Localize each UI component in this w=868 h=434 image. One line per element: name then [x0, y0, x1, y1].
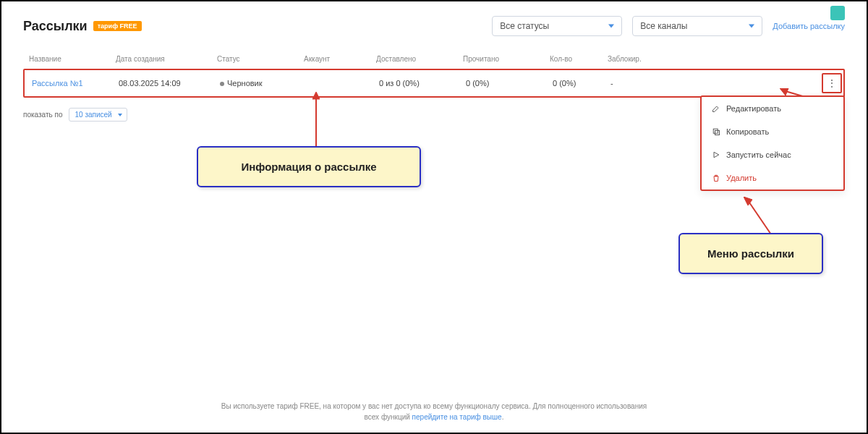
annotation-arrow-info [309, 92, 323, 150]
cell-count: 0 (0%) [547, 79, 605, 88]
menu-run-label: Запустить сейчас [726, 150, 791, 159]
svg-marker-5 [780, 88, 788, 95]
menu-edit[interactable]: Редактировать [702, 97, 843, 120]
menu-edit-label: Редактировать [726, 104, 781, 113]
row-context-menu: Редактировать Копировать Запустить сейча… [700, 95, 845, 191]
pager-label: показать по [23, 111, 63, 119]
svg-rect-0 [713, 129, 718, 133]
col-name: Название [23, 55, 110, 63]
cell-account [301, 79, 373, 88]
footer-upgrade-link[interactable]: перейдите на тариф выше [412, 413, 502, 421]
copy-icon [712, 127, 720, 136]
trash-icon [712, 174, 720, 182]
col-account: Аккаунт [298, 55, 370, 63]
footer-text-2: всех функций [365, 413, 412, 421]
cell-name[interactable]: Рассылка №1 [26, 79, 113, 88]
svg-rect-1 [715, 131, 720, 135]
menu-delete[interactable]: Удалить [702, 166, 843, 190]
integration-icon[interactable] [830, 6, 845, 20]
menu-copy[interactable]: Копировать [702, 120, 843, 143]
menu-run[interactable]: Запустить сейчас [702, 143, 843, 166]
footer-notice: Вы используете тариф FREE, на котором у … [1, 401, 867, 422]
col-delivered: Доставлено [370, 55, 457, 63]
col-date: Дата создания [110, 55, 211, 63]
menu-copy-label: Копировать [726, 127, 769, 136]
tariff-badge: тариф FREE [93, 21, 142, 31]
menu-delete-label: Удалить [726, 174, 757, 182]
svg-line-6 [749, 203, 773, 237]
cell-read: 0 (0%) [460, 79, 547, 88]
table-header: Название Дата создания Статус Аккаунт До… [23, 49, 845, 69]
col-blocked: Заблокир. [602, 55, 674, 63]
table-row[interactable]: Рассылка №1 08.03.2025 14:09 Черновик 0 … [26, 72, 819, 95]
cell-delivered: 0 из 0 (0%) [373, 79, 460, 88]
cell-date: 08.03.2025 14:09 [113, 79, 214, 88]
play-icon [712, 150, 720, 159]
kebab-icon: ⋮ [827, 78, 837, 88]
annotation-menu-callout: Меню рассылки [678, 233, 823, 274]
status-dot-icon [220, 82, 224, 86]
row-actions-button[interactable]: ⋮ [822, 73, 842, 93]
annotation-info-callout: Информация о рассылке [197, 146, 421, 187]
page-header: Рассылки тариф FREE Все статусы Все кана… [23, 16, 845, 36]
campaign-row-highlight: Рассылка №1 08.03.2025 14:09 Черновик 0 … [23, 69, 845, 98]
footer-text-1: Вы используете тариф FREE, на котором у … [221, 402, 647, 410]
col-count: Кол-во [544, 55, 602, 63]
add-campaign-link[interactable]: Добавить рассылку [773, 22, 845, 30]
channel-filter-select[interactable]: Все каналы [632, 16, 762, 36]
edit-icon [712, 104, 720, 113]
page-title: Рассылки [23, 19, 88, 34]
svg-marker-3 [312, 92, 320, 99]
status-filter-select[interactable]: Все статусы [492, 16, 622, 36]
cell-blocked: - [605, 79, 677, 88]
page-size-select[interactable]: 10 записей [69, 108, 127, 122]
cell-status-text: Черновик [227, 79, 263, 88]
cell-status: Черновик [214, 79, 301, 88]
col-read: Прочитано [457, 55, 544, 63]
col-status: Статус [211, 55, 298, 63]
